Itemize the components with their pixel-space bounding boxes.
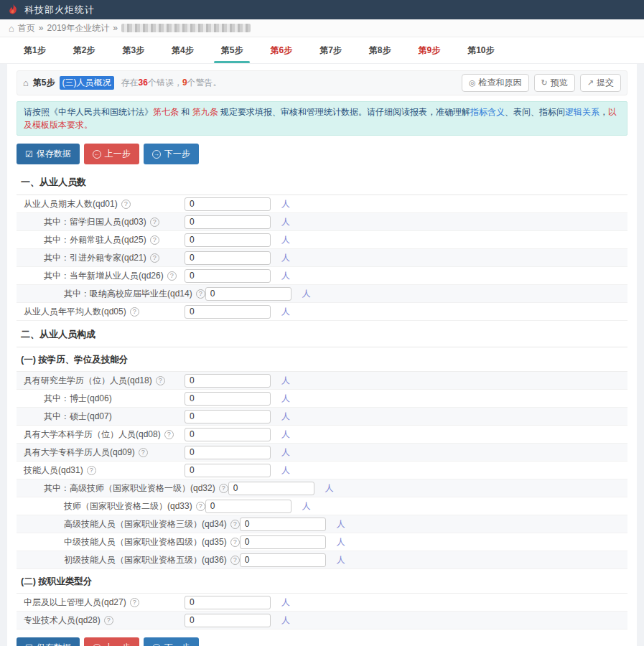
- tab-step-5[interactable]: 第5步: [217, 37, 248, 63]
- toolbar-bottom: ☑ 保存数据 ← 上一步 → 下一步: [17, 637, 627, 646]
- field-input[interactable]: [240, 518, 326, 531]
- unit-label: 人: [281, 252, 290, 264]
- help-icon[interactable]: ?: [121, 200, 131, 209]
- field-label: 专业技术人员(qd28) ?: [21, 614, 185, 627]
- next-step-button[interactable]: → 下一步: [144, 637, 199, 646]
- unit-label: 人: [281, 198, 290, 210]
- help-icon[interactable]: ?: [219, 484, 228, 493]
- field-label-text: 其中：外籍常驻人员(qd25): [44, 234, 146, 246]
- validation-status: 存在36个错误，9个警告。: [121, 77, 222, 89]
- form-field-row: 中层及以上管理人员(qd27) ? 人: [17, 594, 627, 612]
- unit-label: 人: [302, 500, 311, 512]
- field-input[interactable]: [185, 215, 271, 229]
- check-icon: ◎: [469, 78, 476, 88]
- field-input[interactable]: [185, 374, 271, 388]
- save-data-button[interactable]: ☑ 保存数据: [17, 144, 80, 164]
- help-icon[interactable]: ?: [196, 289, 205, 299]
- help-icon[interactable]: ?: [104, 616, 113, 625]
- help-icon[interactable]: ?: [196, 502, 205, 511]
- section-header-text: 一、从业人员数: [21, 177, 86, 187]
- field-input[interactable]: [185, 410, 271, 423]
- app-title: 科技部火炬统计: [24, 4, 95, 17]
- field-label-text: 其中：留学归国人员(qd03): [44, 216, 146, 228]
- status-mid: 个错误，: [148, 78, 182, 88]
- help-icon[interactable]: ?: [130, 307, 139, 317]
- tab-step-4[interactable]: 第4步: [167, 37, 198, 63]
- form-field-row: 高级技能人员（国家职业资格三级）(qd34) ? 人: [17, 515, 627, 533]
- save-icon: ☑: [25, 149, 33, 159]
- breadcrumb: ⌂ 首页 » 2019年企业统计 »: [0, 19, 644, 37]
- field-label: 具有研究生学历（位）人员(qd18) ?: [21, 375, 185, 387]
- tab-step-9[interactable]: 第9步: [414, 37, 445, 63]
- form-field-row: 其中：当年新增从业人员(qd26) ? 人: [17, 267, 627, 285]
- field-label: 具有大学本科学历（位）人员(qd08) ?: [21, 429, 185, 441]
- field-input[interactable]: [185, 233, 271, 247]
- field-input[interactable]: [205, 500, 291, 513]
- section-title-chip: (三)人员概况: [60, 76, 114, 90]
- next-step-button[interactable]: → 下一步: [144, 144, 199, 164]
- field-input[interactable]: [185, 428, 271, 441]
- help-icon[interactable]: ?: [230, 538, 240, 547]
- field-label-text: 中级技能人员（国家职业资格四级）(qd35): [64, 536, 227, 548]
- field-input[interactable]: [185, 197, 271, 211]
- field-label-text: 中层及以上管理人员(qd27): [24, 596, 126, 609]
- preview-button[interactable]: ↻ 预览: [534, 74, 575, 92]
- field-label-text: 技能人员(qd31): [24, 464, 83, 477]
- field-label-text: 高级技能人员（国家职业资格三级）(qd34): [64, 518, 227, 530]
- field-label-text: 技师（国家职业资格二级）(qd33): [64, 500, 192, 512]
- help-icon[interactable]: ?: [150, 235, 159, 245]
- submit-button[interactable]: ↗ 提交: [580, 74, 621, 92]
- previous-step-button[interactable]: ← 上一步: [84, 144, 139, 164]
- check-errors-button[interactable]: ◎ 检查和原因: [462, 74, 529, 92]
- tab-step-1[interactable]: 第1步: [19, 37, 50, 63]
- help-icon[interactable]: ?: [150, 217, 159, 227]
- help-icon[interactable]: ?: [130, 598, 139, 607]
- field-input[interactable]: [228, 482, 314, 495]
- toolbar-top: ☑ 保存数据 ← 上一步 → 下一步: [17, 144, 627, 164]
- field-input[interactable]: [205, 287, 291, 301]
- field-label: 其中：吸纳高校应届毕业生(qd14) ?: [21, 288, 205, 300]
- field-input[interactable]: [185, 392, 271, 406]
- field-input[interactable]: [185, 614, 271, 627]
- field-input[interactable]: [185, 464, 271, 477]
- help-icon[interactable]: ?: [156, 376, 165, 385]
- notice-link[interactable]: 逻辑关系: [565, 107, 599, 117]
- next-arrow-icon: →: [152, 150, 161, 159]
- personnel-form: 一、从业人员数 从业人员期末人数(qd01) ? 人 其中：留学归国人员(qd0…: [17, 169, 627, 629]
- notice-text: 、表间、指标间: [505, 107, 565, 117]
- previous-step-button[interactable]: ← 上一步: [84, 637, 139, 646]
- field-label: 技师（国家职业资格二级）(qd33) ?: [21, 500, 205, 512]
- field-label-text: 具有大学本科学历（位）人员(qd08): [24, 429, 161, 441]
- next-label: 下一步: [164, 642, 190, 646]
- tab-step-7[interactable]: 第7步: [315, 37, 346, 63]
- unit-label: 人: [281, 446, 290, 459]
- help-icon[interactable]: ?: [167, 271, 177, 281]
- help-icon[interactable]: ?: [139, 448, 148, 457]
- field-input[interactable]: [185, 269, 271, 283]
- tab-step-6[interactable]: 第6步: [266, 37, 297, 63]
- form-field-row: 技能人员(qd31) ? 人: [17, 462, 627, 479]
- field-input[interactable]: [240, 553, 326, 567]
- tab-step-10[interactable]: 第10步: [463, 37, 498, 63]
- help-icon[interactable]: ?: [230, 520, 240, 529]
- form-field-row: 具有研究生学历（位）人员(qd18) ? 人: [17, 372, 627, 390]
- breadcrumb-home-link[interactable]: 首页: [18, 22, 35, 34]
- tab-step-2[interactable]: 第2步: [69, 37, 100, 63]
- field-input[interactable]: [185, 305, 271, 319]
- help-icon[interactable]: ?: [87, 466, 96, 475]
- unit-label: 人: [281, 411, 290, 423]
- help-icon[interactable]: ?: [230, 556, 240, 565]
- field-input[interactable]: [185, 251, 271, 265]
- save-data-button[interactable]: ☑ 保存数据: [17, 637, 80, 646]
- unit-label: 人: [337, 518, 345, 530]
- field-input[interactable]: [240, 535, 326, 549]
- tab-step-8[interactable]: 第8步: [365, 37, 396, 63]
- tab-step-3[interactable]: 第3步: [118, 37, 149, 63]
- breadcrumb-item-year-stats[interactable]: 2019年企业统计: [47, 22, 110, 34]
- notice-link[interactable]: 指标含义: [470, 107, 505, 117]
- form-field-row: 具有大学专科学历人员(qd09) ? 人: [17, 444, 627, 462]
- field-input[interactable]: [185, 446, 271, 459]
- help-icon[interactable]: ?: [150, 253, 159, 263]
- field-input[interactable]: [185, 596, 271, 609]
- help-icon[interactable]: ?: [164, 430, 174, 439]
